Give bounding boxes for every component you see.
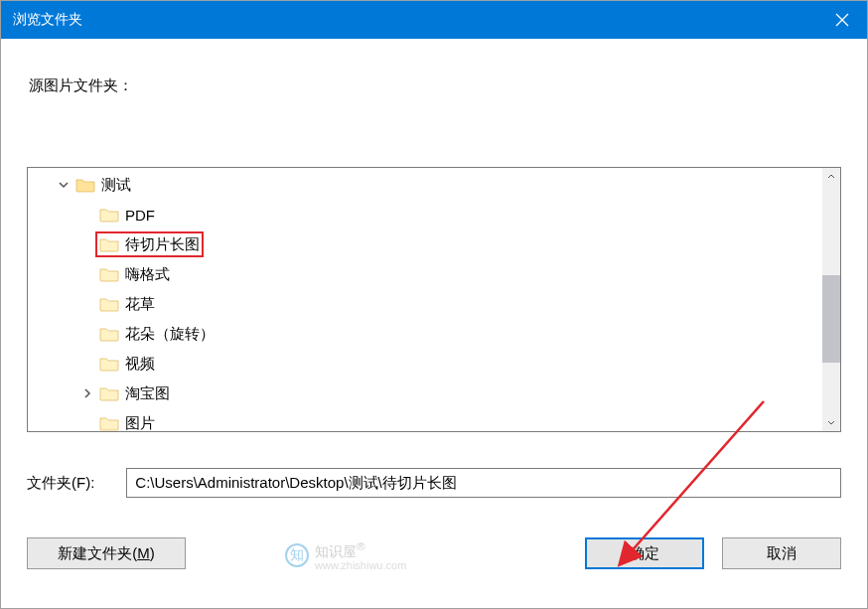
folder-icon bbox=[99, 207, 119, 223]
path-label: 文件夹(F): bbox=[27, 474, 94, 493]
new-folder-button[interactable]: 新建文件夹(M) bbox=[27, 537, 186, 569]
titlebar: 浏览文件夹 bbox=[1, 1, 867, 39]
scroll-down-button[interactable] bbox=[822, 413, 840, 431]
tree-item-label: 花草 bbox=[125, 295, 155, 314]
tree-row[interactable]: 花草 bbox=[28, 289, 822, 319]
scroll-up-button[interactable] bbox=[822, 168, 840, 186]
scrollbar-track[interactable] bbox=[822, 186, 840, 413]
scrollbar-thumb[interactable] bbox=[822, 275, 840, 363]
tree-item-label: 待切片长图 bbox=[125, 235, 200, 254]
folder-icon bbox=[99, 415, 119, 431]
folder-tree[interactable]: 测试 PDF 待切片长图 嗨格式 花 bbox=[28, 168, 822, 431]
dialog-content: 源图片文件夹： 测试 PDF 待切片长图 bbox=[1, 39, 867, 608]
tree-row-selected[interactable]: 待切片长图 bbox=[28, 229, 822, 259]
folder-path-input[interactable] bbox=[126, 468, 841, 498]
folder-icon bbox=[99, 356, 119, 372]
tree-item-label: PDF bbox=[125, 207, 155, 224]
chevron-down-icon[interactable] bbox=[56, 177, 72, 193]
selection-highlight: 待切片长图 bbox=[95, 231, 204, 257]
folder-icon bbox=[99, 296, 119, 312]
tree-row[interactable]: 嗨格式 bbox=[28, 259, 822, 289]
vertical-scrollbar[interactable] bbox=[822, 168, 840, 431]
ok-button[interactable]: 确定 bbox=[585, 537, 704, 569]
tree-item-label: 嗨格式 bbox=[125, 265, 170, 284]
tree-row[interactable]: 图片 bbox=[28, 408, 822, 431]
folder-icon bbox=[99, 236, 119, 252]
button-row: 新建文件夹(M) 确定 取消 bbox=[27, 537, 841, 569]
tree-item-label: 图片 bbox=[125, 414, 155, 432]
tree-item-label: 视频 bbox=[125, 355, 155, 374]
folder-icon bbox=[99, 326, 119, 342]
tree-row[interactable]: 视频 bbox=[28, 349, 822, 379]
folder-icon bbox=[99, 266, 119, 282]
folder-icon bbox=[75, 177, 95, 193]
browse-folder-dialog: 浏览文件夹 源图片文件夹： 测试 PDF 待切片长 bbox=[0, 0, 868, 609]
chevron-right-icon[interactable] bbox=[79, 385, 95, 401]
source-folder-label: 源图片文件夹： bbox=[29, 76, 841, 95]
tree-item-label: 花朵（旋转） bbox=[125, 325, 215, 344]
tree-row-root[interactable]: 测试 bbox=[28, 170, 822, 200]
tree-item-label: 淘宝图 bbox=[125, 384, 170, 403]
tree-row[interactable]: 淘宝图 bbox=[28, 379, 822, 408]
tree-row[interactable]: PDF bbox=[28, 200, 822, 229]
tree-row[interactable]: 花朵（旋转） bbox=[28, 319, 822, 349]
path-row: 文件夹(F): bbox=[27, 468, 841, 498]
folder-icon bbox=[99, 385, 119, 401]
folder-tree-container: 测试 PDF 待切片长图 嗨格式 花 bbox=[27, 167, 841, 432]
window-title: 浏览文件夹 bbox=[13, 11, 817, 29]
close-icon bbox=[835, 13, 849, 27]
cancel-button[interactable]: 取消 bbox=[722, 537, 841, 569]
tree-item-label: 测试 bbox=[101, 176, 131, 195]
close-button[interactable] bbox=[817, 1, 867, 39]
